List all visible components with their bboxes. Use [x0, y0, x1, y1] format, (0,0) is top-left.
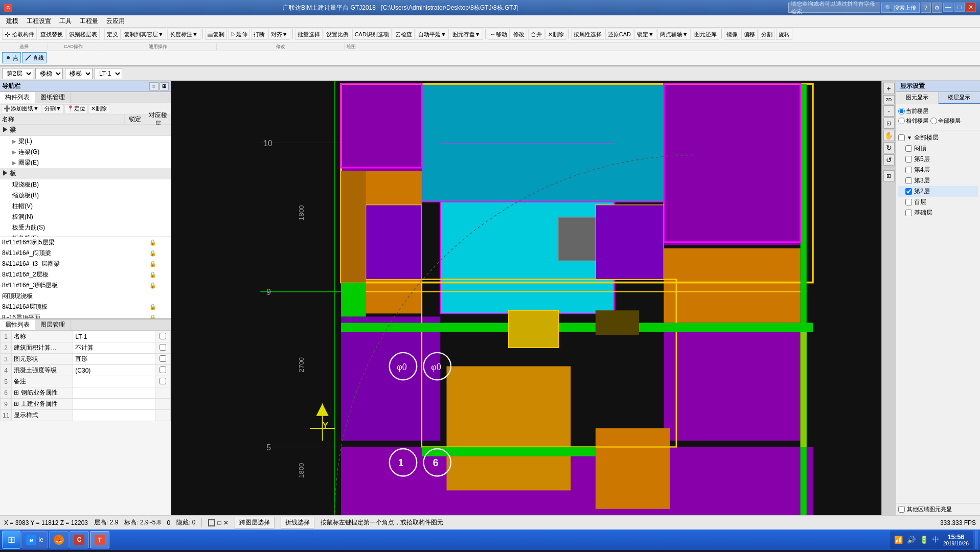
tab-element-display[interactable]: 图元显示	[896, 92, 939, 104]
maximize-button[interactable]: □	[954, 3, 965, 12]
clock[interactable]: 15:56 2019/10/26	[943, 533, 969, 546]
vt-pan[interactable]: ✋	[883, 130, 895, 141]
vt-rotate-ccw[interactable]: ↺	[883, 154, 895, 166]
delete-drawing-btn[interactable]: ✕删除	[88, 104, 109, 113]
tb-two-point[interactable]: 两点辅轴▼	[657, 29, 691, 40]
tb-merge[interactable]: 合并	[528, 29, 544, 40]
menu-tools[interactable]: 工具	[55, 16, 76, 27]
tb-define[interactable]: 定义	[104, 29, 121, 40]
layer-row-3[interactable]: 第3层	[898, 175, 978, 186]
tb-identify-floor[interactable]: 识别楼层表	[66, 29, 100, 40]
tree-item-conn-beam[interactable]: ▶连梁(G)	[0, 147, 171, 157]
comp-item-3[interactable]: 8#11#16#_t3_层圈梁 🔒	[0, 259, 171, 269]
tb-element-lib[interactable]: 图元还库	[692, 29, 719, 40]
tb-mirror[interactable]: 镜像	[724, 29, 740, 40]
tree-item-cast-slab[interactable]: 现浇板(B)	[0, 179, 171, 190]
component-select[interactable]: LT-1	[95, 68, 122, 79]
split-btn[interactable]: 分割▼	[42, 104, 64, 113]
tb-length-mark[interactable]: 长度标注▼	[167, 29, 200, 40]
tb-offset[interactable]: 偏移	[741, 29, 758, 40]
tb-copy-layer[interactable]: 复制到其它层▼	[122, 29, 166, 40]
comp-item-8[interactable]: 8~16层顶平面 🔒	[0, 312, 171, 319]
tb-batch-select[interactable]: 批量选择	[295, 29, 323, 40]
menu-gongcheng[interactable]: 工程设置	[22, 16, 55, 27]
menu-jianjian[interactable]: 建模	[2, 16, 22, 27]
tb-line-draw[interactable]: 直线	[22, 52, 47, 63]
help-icon[interactable]: ?	[921, 3, 931, 13]
minimize-button[interactable]: —	[943, 3, 953, 12]
vt-2d-3d[interactable]: 2D	[883, 95, 895, 104]
section-slab[interactable]: ▶ 板	[0, 168, 171, 179]
mode-adjacent-label[interactable]: 相邻楼层	[898, 117, 928, 125]
tab-attributes[interactable]: 属性列表	[0, 319, 35, 330]
vt-rotate-cw[interactable]: ↻	[883, 142, 895, 153]
tb-copy[interactable]: ▤复制	[205, 29, 227, 40]
tab-layer-mgmt[interactable]: 图层管理	[35, 319, 71, 330]
tree-item-beam-L[interactable]: ▶梁(L)	[0, 136, 171, 147]
comp-item-4[interactable]: 8#11#16#_2层板 🔒	[0, 269, 171, 280]
tb-find-replace[interactable]: 查找替换	[38, 29, 65, 40]
mode-all-radio[interactable]	[930, 118, 937, 124]
tb-split[interactable]: 分割	[759, 29, 775, 40]
tb-point-draw[interactable]: 点	[2, 52, 21, 63]
tb-lock[interactable]: 锁定▼	[634, 29, 656, 40]
settings-icon[interactable]: ⚙	[932, 3, 942, 13]
layer-row-1[interactable]: 首层	[898, 197, 978, 208]
tb-set-scale[interactable]: 设置比例	[324, 29, 351, 40]
show-desktop-btn[interactable]	[975, 531, 978, 549]
layer-check-3[interactable]	[905, 177, 912, 184]
tb-save-element[interactable]: 图元存盘▼	[450, 29, 483, 40]
comp-item-2[interactable]: 8#11#16#_闷顶梁 🔒	[0, 248, 171, 259]
layer-row-mendian[interactable]: 闷顶	[898, 143, 978, 154]
layer-check-mendian[interactable]	[905, 145, 912, 152]
mode-current-label[interactable]: 当前楼层	[898, 107, 928, 115]
mode-current-radio[interactable]	[898, 108, 905, 114]
tb-trim[interactable]: 打断	[251, 29, 267, 40]
tab-floor-display[interactable]: 楼层显示	[939, 92, 981, 104]
layer-check-all[interactable]	[898, 134, 905, 141]
tb-extend[interactable]: ▷延伸	[228, 29, 250, 40]
search-button[interactable]: 🔍 搜索上传	[881, 3, 920, 13]
nav-icon-view[interactable]: ⊞	[159, 82, 169, 90]
tree-item-ring-beam[interactable]: ▶圈梁(E)	[0, 157, 171, 168]
tb-attr-select[interactable]: 按属性选择	[571, 29, 604, 40]
menu-quantity[interactable]: 工程量	[76, 16, 102, 27]
close-button[interactable]: ✕	[966, 3, 976, 12]
layer-check-1[interactable]	[905, 199, 912, 205]
vt-zoom-out[interactable]: -	[883, 105, 895, 117]
layer-check-5[interactable]	[905, 156, 912, 163]
tb-delete[interactable]: ✕删除	[545, 29, 566, 40]
tree-item-column-cap[interactable]: 柱帽(V)	[0, 201, 171, 212]
floor-select[interactable]: 第2层	[2, 68, 33, 79]
cross-layer-btn[interactable]: 跨图层选择	[235, 517, 275, 528]
tab-drawing-mgmt[interactable]: 图纸管理	[35, 92, 71, 103]
search-box[interactable]: 请您查询或者可以通过拼音首字母检索	[788, 3, 880, 13]
layer-row-2[interactable]: 第2层	[898, 186, 978, 197]
tb-align[interactable]: 对齐▼	[268, 29, 290, 40]
tab-component-list[interactable]: 构件列表	[0, 92, 35, 103]
tb-restore-cad[interactable]: 还原CAD	[605, 29, 633, 40]
mode-all-label[interactable]: 全部楼层	[930, 117, 961, 125]
tree-item-slab-steel[interactable]: 板受力筋(S)	[0, 222, 171, 233]
other-region-check[interactable]	[898, 506, 905, 513]
comp-item-7[interactable]: 8#11#16#层顶板 🔒	[0, 302, 171, 312]
tree-item-slab-hole[interactable]: 板洞(N)	[0, 212, 171, 222]
taskbar-app-firefox[interactable]: 🦊	[49, 531, 69, 548]
tb-rotate[interactable]: 旋转	[776, 29, 792, 40]
tb-move[interactable]: ↔移动	[488, 29, 510, 40]
layer-row-all[interactable]: ▼ 全部楼层	[898, 132, 978, 143]
vt-table[interactable]: ⊞	[883, 170, 895, 181]
category-select[interactable]: 楼梯	[35, 68, 63, 79]
layer-row-5[interactable]: 第5层	[898, 154, 978, 165]
vt-fit[interactable]: ⊡	[883, 118, 895, 129]
tb-modify[interactable]: 修改	[511, 29, 527, 40]
taskbar-app-cad[interactable]: C	[70, 531, 89, 548]
locate-btn[interactable]: 📍定位	[64, 104, 88, 113]
taskbar-app-ie[interactable]: e Ie	[21, 531, 48, 548]
layer-check-4[interactable]	[905, 167, 912, 173]
layer-check-2[interactable]	[905, 188, 912, 195]
layer-row-foundation[interactable]: 基础层	[898, 208, 978, 218]
mode-adjacent-radio[interactable]	[898, 118, 905, 124]
tb-cloud-check[interactable]: 云检查	[393, 29, 415, 40]
section-beam[interactable]: ▶ 梁	[0, 125, 171, 136]
